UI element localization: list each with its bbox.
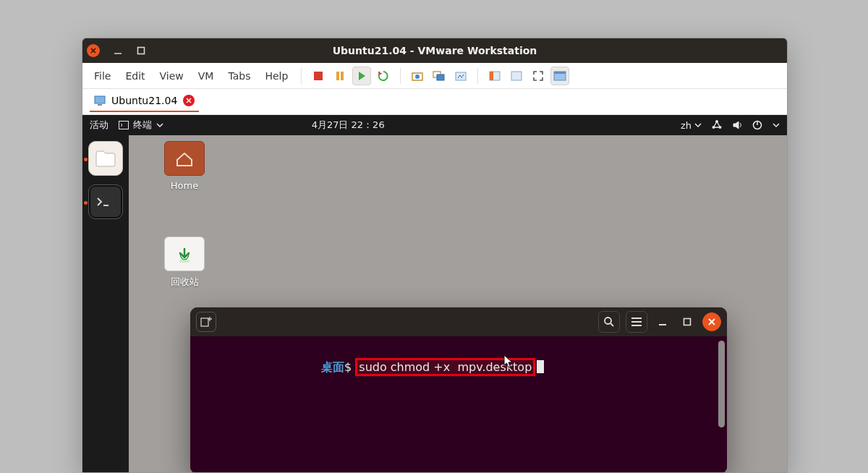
volume-icon	[732, 120, 742, 130]
system-tray[interactable]: zh	[681, 120, 780, 131]
power-icon	[752, 120, 762, 130]
menu-file[interactable]: File	[88, 67, 116, 85]
menu-edit[interactable]: Edit	[119, 67, 150, 85]
hamburger-button[interactable]	[626, 311, 647, 333]
svg-rect-11	[511, 72, 522, 80]
maximize-button[interactable]	[678, 312, 697, 331]
svg-point-5	[415, 74, 420, 79]
terminal-icon	[95, 194, 116, 210]
activities-button[interactable]: 活动	[90, 119, 109, 132]
input-method-label: zh	[681, 120, 692, 131]
network-icon	[712, 120, 722, 130]
home-folder-icon	[164, 141, 205, 176]
svg-rect-7	[437, 74, 444, 80]
svg-rect-3	[341, 72, 344, 80]
gnome-topbar: 活动 终端 4月27日 22：26 zh	[82, 115, 787, 135]
chevron-down-icon	[694, 122, 702, 129]
svg-rect-15	[98, 104, 102, 106]
svg-rect-2	[336, 72, 339, 80]
fullscreen-view-icon[interactable]	[507, 67, 526, 85]
minimize-button[interactable]	[653, 312, 672, 331]
menu-help[interactable]: Help	[259, 67, 294, 85]
svg-rect-0	[138, 48, 145, 54]
desktop-icon-home[interactable]: Home	[158, 141, 211, 191]
terminal-window: 桌面$ sudo chmod +x mpv.desktop	[190, 307, 727, 473]
trash-icon	[164, 236, 205, 271]
vmware-menubar: File Edit View VM Tabs Help	[82, 63, 787, 89]
scrollbar[interactable]	[718, 341, 725, 427]
desktop[interactable]: Home 回收站	[129, 135, 787, 472]
desktop-icon-label: 回收站	[158, 276, 211, 289]
svg-rect-21	[201, 318, 208, 326]
play-icon[interactable]	[352, 67, 371, 85]
snapshot-manager-icon[interactable]	[430, 67, 448, 85]
vmware-titlebar[interactable]: Ubuntu21.04 - VMware Workstation	[82, 38, 787, 63]
app-indicator[interactable]: 终端	[119, 119, 163, 132]
screenshot-icon[interactable]	[451, 67, 470, 85]
cursor-icon	[537, 360, 544, 373]
minimize-icon[interactable]	[113, 46, 123, 56]
svg-rect-23	[684, 319, 691, 325]
separator	[301, 68, 302, 84]
maximize-icon[interactable]	[136, 46, 146, 56]
stop-icon[interactable]	[309, 67, 328, 85]
desktop-icon-trash[interactable]: 回收站	[158, 236, 211, 289]
clock[interactable]: 4月27日 22：26	[312, 119, 385, 132]
tab-close-icon[interactable]	[183, 95, 195, 106]
window-title: Ubuntu21.04 - VMware Workstation	[333, 45, 537, 56]
unity-icon[interactable]	[485, 67, 504, 85]
restart-icon[interactable]	[374, 67, 393, 85]
terminal-small-icon	[119, 121, 129, 129]
desktop-icon-label: Home	[158, 180, 211, 191]
pause-icon[interactable]	[331, 67, 349, 85]
separator	[400, 68, 401, 84]
svg-rect-14	[95, 96, 105, 103]
dock-files[interactable]	[88, 141, 123, 176]
close-icon	[708, 318, 715, 325]
search-icon	[603, 316, 615, 328]
close-button[interactable]	[702, 312, 721, 331]
menu-tabs[interactable]: Tabs	[222, 67, 256, 85]
prompt-sep: $	[344, 360, 355, 374]
menu-vm[interactable]: VM	[192, 67, 220, 85]
vm-tab-label: Ubuntu21.04	[111, 95, 177, 106]
window-controls	[87, 44, 146, 57]
svg-rect-16	[119, 122, 129, 129]
ubuntu-dock	[82, 135, 129, 472]
menu-view[interactable]: View	[154, 67, 190, 85]
close-icon[interactable]	[87, 44, 100, 57]
chevron-down-icon	[773, 122, 780, 129]
enter-fullscreen-icon[interactable]	[529, 67, 548, 85]
guest-viewport: 活动 终端 4月27日 22：26 zh	[82, 115, 787, 472]
svg-rect-13	[554, 72, 566, 74]
prompt-dir: 桌面	[321, 360, 344, 374]
terminal-headerbar[interactable]	[190, 307, 727, 336]
app-label: 终端	[133, 119, 152, 132]
search-button[interactable]	[598, 311, 620, 333]
mouse-cursor-icon	[503, 354, 514, 369]
chevron-down-icon	[156, 122, 163, 129]
svg-rect-10	[490, 72, 493, 80]
dock-terminal[interactable]	[88, 184, 123, 219]
vm-tab[interactable]: Ubuntu21.04	[90, 92, 199, 112]
separator	[477, 68, 478, 84]
terminal-body[interactable]: 桌面$ sudo chmod +x mpv.desktop	[190, 336, 727, 473]
hamburger-icon	[631, 318, 642, 326]
snapshot-icon[interactable]	[408, 67, 427, 85]
vm-tabstrip: Ubuntu21.04	[82, 89, 787, 115]
console-view-icon[interactable]	[550, 67, 569, 85]
monitor-icon	[94, 95, 106, 106]
svg-rect-1	[314, 72, 323, 80]
files-icon	[95, 149, 116, 168]
svg-point-22	[605, 318, 611, 324]
vmware-window: Ubuntu21.04 - VMware Workstation File Ed…	[82, 38, 788, 473]
new-tab-button[interactable]	[196, 312, 216, 332]
